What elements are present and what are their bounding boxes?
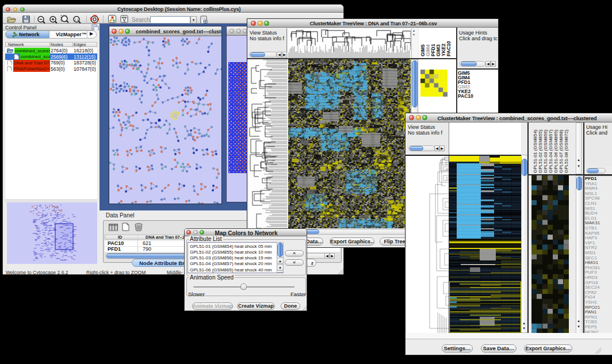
svg-text:1:1: 1:1 — [75, 18, 79, 21]
